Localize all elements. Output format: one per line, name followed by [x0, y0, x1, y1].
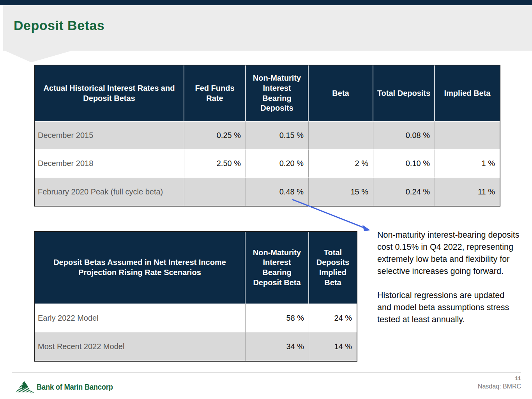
cell-beta	[309, 122, 373, 150]
footer-divider	[12, 373, 521, 373]
logo-text: Bank of Marin Bancorp	[37, 383, 113, 392]
col-fed-funds-rate: Fed Funds Rate	[184, 65, 246, 122]
cell-total-deposits: 0.24 %	[373, 178, 435, 206]
top-accent-bar	[0, 0, 532, 5]
col-implied-beta: Implied Beta	[435, 65, 500, 122]
cell-implied-beta	[435, 122, 500, 150]
col-total-deposits: Total Deposits	[373, 65, 435, 122]
col-non-maturity-deposits: Non-Maturity Interest Bearing Deposits	[246, 65, 309, 122]
cell-implied-beta: 11 %	[435, 178, 500, 206]
cell-non-maturity-deposits: 0.15 %	[246, 122, 309, 150]
assumed-betas-table: Deposit Betas Assumed in Net Interest In…	[34, 231, 357, 362]
table2-header-row: Deposit Betas Assumed in Net Interest In…	[35, 232, 357, 304]
page-title: Deposit Betas	[14, 18, 104, 33]
table1-title-cell: Actual Historical Interest Rates and Dep…	[35, 65, 184, 122]
cell-non-maturity-deposits: 0.20 %	[246, 150, 309, 178]
banner-notch	[4, 50, 73, 62]
row-label: December 2015	[35, 122, 184, 150]
cell-fed-funds-rate: 0.25 %	[184, 122, 246, 150]
historical-rates-table: Actual Historical Interest Rates and Dep…	[34, 65, 500, 207]
col-non-maturity-deposit-beta: Non-Maturity Interest Bearing Deposit Be…	[246, 232, 309, 304]
cell-beta: 2 %	[309, 150, 373, 178]
cell-implied-beta: 1 %	[435, 150, 500, 178]
col-total-deposits-implied-beta: Total Deposits Implied Beta	[309, 232, 357, 304]
callout-text-2: Historical regressions are updated and m…	[377, 290, 521, 326]
ticker-label: Nasdaq: BMRC	[478, 383, 521, 390]
table-row-december-2015: December 2015 0.25 % 0.15 % 0.08 %	[35, 122, 500, 150]
table2-title-cell: Deposit Betas Assumed in Net Interest In…	[35, 232, 246, 304]
col-beta: Beta	[309, 65, 373, 122]
page-number: 11	[515, 375, 521, 381]
cell-implied-beta: 14 %	[309, 332, 357, 361]
cell-total-deposits: 0.08 %	[373, 122, 435, 150]
callout-arrow-icon	[288, 196, 376, 235]
cell-implied-beta: 24 %	[309, 304, 357, 332]
row-label: Early 2022 Model	[35, 304, 246, 332]
table1-header-row: Actual Historical Interest Rates and Dep…	[35, 65, 500, 122]
row-label: Most Recent 2022 Model	[35, 332, 246, 361]
row-label: February 2020 Peak (full cycle beta)	[35, 178, 184, 206]
table-row-february-2020-peak: February 2020 Peak (full cycle beta) 0.4…	[35, 178, 500, 206]
row-label: December 2018	[35, 150, 184, 178]
table-row-december-2018: December 2018 2.50 % 0.20 % 2 % 0.10 % 1…	[35, 150, 500, 178]
table-row-early-2022-model: Early 2022 Model 58 % 24 %	[35, 304, 357, 332]
table-row-most-recent-2022-model: Most Recent 2022 Model 34 % 14 %	[35, 332, 357, 361]
cell-non-maturity-beta: 34 %	[246, 332, 309, 361]
callout-text-block: Non-maturity interest-bearing deposits c…	[377, 229, 521, 338]
cell-fed-funds-rate: 2.50 %	[184, 150, 246, 178]
cell-total-deposits: 0.10 %	[373, 150, 435, 178]
bank-of-marin-logo-icon	[15, 380, 35, 394]
cell-non-maturity-beta: 58 %	[246, 304, 309, 332]
cell-fed-funds-rate	[184, 178, 246, 206]
callout-text-1: Non-maturity interest-bearing deposits c…	[377, 229, 521, 277]
